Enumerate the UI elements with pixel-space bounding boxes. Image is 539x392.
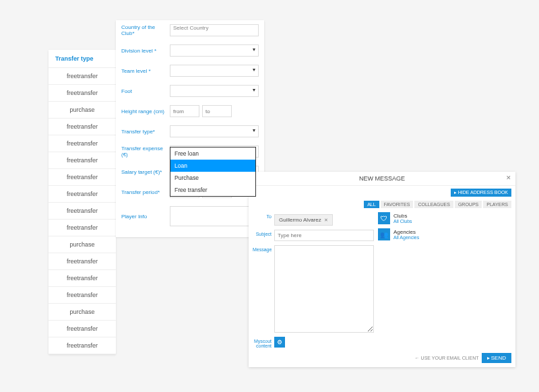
- to-recipient-name: Guillermo Alvarez: [279, 217, 321, 223]
- country-label: Country of the Club*: [121, 24, 170, 36]
- transfer-type-label: Transfer type*: [121, 129, 170, 135]
- dropdown-option-purchase[interactable]: Purchase: [170, 172, 255, 184]
- to-recipient-pill[interactable]: Guillermo Alvarez ✕: [274, 214, 333, 226]
- people-icon: 👥: [378, 228, 390, 240]
- new-message-panel: NEW MESSAGE ✕ ▸ HIDE ADDRESS BOOK ALL FA…: [249, 172, 515, 367]
- transfer-period-label: Transfer period*: [121, 189, 170, 195]
- sidebar-item[interactable]: freetransfer: [49, 119, 116, 135]
- foot-label: Foot: [121, 88, 170, 94]
- subject-input[interactable]: [274, 230, 374, 241]
- team-label: Team level *: [121, 68, 170, 74]
- sidebar-item[interactable]: freetransfer: [49, 253, 116, 270]
- sidebar-item[interactable]: purchase: [49, 304, 116, 321]
- address-item-title: Agencies: [393, 229, 419, 235]
- message-textarea[interactable]: [274, 245, 374, 333]
- sidebar-item[interactable]: freetransfer: [49, 68, 116, 85]
- height-to-input[interactable]: [202, 105, 232, 117]
- myscout-label: Myscout content: [253, 337, 274, 348]
- transfer-type-sidebar: Transfer type freetransfer freetransfer …: [49, 50, 116, 354]
- address-book: 🛡 Clubs All Clubs 👥 Agencies All Agencie…: [378, 212, 511, 352]
- close-icon[interactable]: ✕: [506, 174, 511, 181]
- address-tabs: ALL FAVORITES COLLEAGUES GROUPS PLAYERS: [249, 199, 515, 212]
- hide-address-book-button[interactable]: ▸ HIDE ADDRESS BOOK: [451, 189, 511, 197]
- transfer-form: Country of the Club* Select Country Divi…: [116, 20, 264, 237]
- sidebar-item[interactable]: freetransfer: [49, 85, 116, 102]
- message-title: NEW MESSAGE ✕: [249, 172, 515, 186]
- sidebar-item[interactable]: freetransfer: [49, 220, 116, 236]
- use-email-client-link[interactable]: ← USE YOUR EMAIL CLIENT: [415, 356, 479, 360]
- division-select[interactable]: [170, 44, 259, 57]
- foot-select[interactable]: [170, 85, 259, 97]
- sidebar-item[interactable]: freetransfer: [49, 270, 116, 287]
- country-select[interactable]: Select Country: [170, 24, 259, 36]
- address-item-clubs[interactable]: 🛡 Clubs All Clubs: [378, 212, 511, 224]
- remove-recipient-icon[interactable]: ✕: [324, 218, 328, 223]
- division-label: Division level *: [121, 48, 170, 54]
- tab-groups[interactable]: GROUPS: [455, 201, 482, 208]
- transfer-type-select[interactable]: [170, 125, 259, 137]
- shield-icon: 🛡: [378, 212, 390, 224]
- sidebar-item[interactable]: freetransfer: [49, 287, 116, 304]
- sidebar-item[interactable]: freetransfer: [49, 169, 116, 186]
- sidebar-item[interactable]: freetransfer: [49, 135, 116, 152]
- tab-favorites[interactable]: FAVORITES: [381, 201, 414, 208]
- dropdown-option-free-transfer[interactable]: Free transfer: [170, 184, 255, 196]
- player-info-box[interactable]: [170, 206, 259, 226]
- address-item-title: Clubs: [393, 213, 412, 219]
- tab-colleagues[interactable]: COLLEAGUES: [414, 201, 453, 208]
- subject-label: Subject: [253, 230, 274, 236]
- sidebar-item[interactable]: freetransfer: [49, 337, 116, 354]
- address-item-sub: All Clubs: [393, 219, 412, 224]
- sidebar-item[interactable]: freetransfer: [49, 152, 116, 169]
- message-title-text: NEW MESSAGE: [359, 175, 405, 182]
- gear-icon[interactable]: ⚙: [274, 337, 285, 348]
- tab-all[interactable]: ALL: [364, 201, 379, 208]
- send-button[interactable]: ▸ SEND: [482, 353, 511, 363]
- team-select[interactable]: [170, 65, 259, 77]
- to-label: To: [253, 212, 274, 219]
- height-label: Height range (cm): [121, 108, 170, 115]
- sidebar-item[interactable]: purchase: [49, 236, 116, 253]
- dropdown-option-loan[interactable]: Loan: [170, 160, 255, 172]
- address-item-sub: All Agencies: [393, 235, 419, 240]
- player-info-label: Player Info: [121, 214, 170, 220]
- address-item-agencies[interactable]: 👥 Agencies All Agencies: [378, 228, 511, 240]
- message-label: Message: [253, 245, 274, 252]
- sidebar-item[interactable]: freetransfer: [49, 203, 116, 220]
- height-from-input[interactable]: [170, 105, 199, 117]
- tab-players[interactable]: PLAYERS: [483, 201, 511, 208]
- sidebar-item[interactable]: freetransfer: [49, 186, 116, 203]
- sidebar-item[interactable]: purchase: [49, 102, 116, 119]
- salary-label: Salary target (€)*: [121, 169, 170, 175]
- sidebar-header: Transfer type: [49, 50, 116, 68]
- dropdown-option-free-loan[interactable]: Free loan: [170, 148, 255, 160]
- sidebar-item[interactable]: freetransfer: [49, 321, 116, 337]
- transfer-expense-label: Transfer expense (€): [121, 145, 170, 158]
- transfer-expense-dropdown: Free loan Loan Purchase Free transfer: [170, 147, 256, 197]
